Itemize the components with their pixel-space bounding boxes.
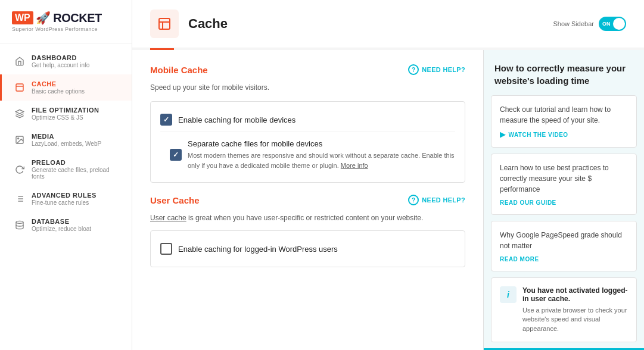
separate-cache-desc: Most modern themes are responsive and sh… — [188, 151, 455, 170]
sidebar-item-cache-subtitle: Basic cache options — [32, 88, 120, 95]
sidebar-toggle[interactable]: Show Sidebar ON — [553, 17, 627, 31]
read-guide-label: READ OUR GUIDE — [500, 199, 556, 206]
logo-wp: WP — [12, 11, 33, 24]
sidebar-item-advanced-rules-title: ADVANCED RULES — [32, 192, 120, 199]
info-icon: i — [500, 286, 517, 303]
list-icon — [14, 193, 26, 205]
read-more-link[interactable]: READ MORE — [500, 256, 628, 262]
sidebar-item-dashboard-subtitle: Get help, account info — [32, 62, 120, 68]
sidebar-item-cache-title: CACHE — [32, 80, 120, 88]
page-title: Cache — [188, 16, 228, 32]
sidebar-item-file-optimization-subtitle: Optimize CSS & JS — [32, 114, 120, 121]
user-cache-title: User Cache — [150, 195, 200, 205]
logo-rocket: 🚀 ROCKET — [36, 11, 102, 25]
need-help-icon: ? — [408, 64, 419, 75]
separate-cache-row: Separate cache files for mobile devices … — [160, 132, 455, 174]
sidebar-item-dashboard[interactable]: DASHBOARD Get help, account info — [0, 48, 132, 74]
sidebar-item-media-title: MEDIA — [32, 133, 120, 140]
mobile-cache-need-help[interactable]: ? NEED HELP? — [408, 64, 465, 75]
read-more-label: READ MORE — [500, 256, 539, 262]
database-icon — [14, 219, 26, 231]
sidebar-item-advanced-rules-subtitle: Fine-tune cache rules — [32, 199, 120, 206]
layers-icon — [14, 108, 26, 120]
sidebar-item-advanced-rules-text: ADVANCED RULES Fine-tune cache rules — [32, 192, 120, 206]
svg-marker-2 — [15, 110, 23, 114]
sidebar-item-database-text: DATABASE Optimize, reduce bloat — [32, 218, 120, 232]
enable-mobile-caching-row: Enable caching for mobile devices — [160, 110, 455, 129]
enable-user-caching-row: Enable caching for logged-in WordPress u… — [160, 239, 455, 258]
logo: WP 🚀 ROCKET — [12, 11, 120, 25]
mobile-cache-description: Speed up your site for mobile visitors. — [150, 83, 465, 92]
mobile-cache-options-card: Enable caching for mobile devices Separa… — [150, 101, 465, 183]
enable-mobile-caching-checkbox[interactable] — [160, 114, 172, 126]
svg-rect-12 — [159, 18, 170, 29]
file-icon — [14, 82, 26, 93]
sidebar-item-database-subtitle: Optimize, reduce bloat — [32, 226, 120, 232]
user-cache-need-help-icon: ? — [408, 195, 419, 205]
rocket-icon-inline: 🚀 — [36, 11, 51, 24]
guide-card-read-guide: Learn how to use best practices to corre… — [491, 154, 637, 215]
mobile-cache-need-help-label: NEED HELP? — [422, 66, 465, 73]
page-header-icon — [150, 10, 179, 38]
watch-video-link[interactable]: ▶ WATCH THE VIDEO — [500, 130, 628, 139]
refresh-icon — [14, 164, 26, 176]
nav-items: DASHBOARD Get help, account info CACHE B… — [0, 43, 132, 350]
home-icon — [14, 55, 26, 67]
sidebar-item-file-optimization[interactable]: FILE OPTIMIZATION Optimize CSS & JS — [0, 101, 132, 127]
guide-card-video-text: Check our tutorial and learn how to meas… — [500, 104, 628, 126]
user-cache-link[interactable]: User cache — [150, 214, 186, 222]
logo-area: WP 🚀 ROCKET Superior WordPress Performan… — [0, 0, 132, 43]
enable-user-caching-checkbox[interactable] — [160, 243, 172, 255]
sidebar-item-cache-text: CACHE Basic cache options — [32, 80, 120, 95]
image-icon — [14, 134, 26, 146]
play-icon: ▶ — [500, 130, 506, 139]
more-info-link[interactable]: More info — [341, 162, 368, 169]
svg-point-4 — [18, 138, 19, 139]
info-card-user-cache: i You have not activated logged-in user … — [491, 277, 637, 342]
sidebar-item-dashboard-text: DASHBOARD Get help, account info — [32, 54, 120, 68]
separate-cache-label: Separate cache files for mobile devices — [188, 139, 455, 148]
separate-cache-checkbox[interactable] — [170, 149, 182, 161]
logo-subtitle: Superior WordPress Performance — [12, 26, 120, 32]
mobile-cache-section-header: Mobile Cache ? NEED HELP? — [150, 64, 465, 75]
guide-card-read-more-text: Why Google PageSpeed grade should not ma… — [500, 230, 628, 251]
sidebar-item-media[interactable]: MEDIA LazyLoad, embeds, WebP — [0, 127, 132, 153]
svg-point-11 — [16, 221, 23, 223]
separate-cache-text: Separate cache files for mobile devices … — [188, 139, 455, 170]
sidebar-item-media-text: MEDIA LazyLoad, embeds, WebP — [32, 133, 120, 147]
toggle-switch[interactable]: ON — [599, 17, 626, 31]
sidebar-item-preload[interactable]: PRELOAD Generate cache files, preload fo… — [0, 153, 132, 186]
sidebar-toggle-label: Show Sidebar — [553, 20, 595, 27]
sidebar-item-database-title: DATABASE — [32, 218, 120, 225]
guide-card-read-guide-text: Learn how to use best practices to corre… — [500, 162, 628, 195]
info-card-content: You have not activated logged-in user ca… — [522, 286, 628, 333]
sidebar: WP 🚀 ROCKET Superior WordPress Performan… — [0, 0, 132, 350]
info-card-desc: Use a private browser to check your webs… — [522, 306, 628, 333]
sidebar-item-preload-text: PRELOAD Generate cache files, preload fo… — [32, 159, 120, 180]
sidebar-item-file-optimization-title: FILE OPTIMIZATION — [32, 107, 120, 114]
sidebar-item-media-subtitle: LazyLoad, embeds, WebP — [32, 140, 120, 147]
enable-mobile-caching-label: Enable caching for mobile devices — [178, 115, 295, 124]
watch-video-label: WATCH THE VIDEO — [509, 132, 568, 138]
user-cache-options-card: Enable caching for logged-in WordPress u… — [150, 230, 465, 267]
sidebar-item-database[interactable]: DATABASE Optimize, reduce bloat — [0, 212, 132, 238]
user-cache-need-help[interactable]: ? NEED HELP? — [408, 195, 465, 205]
svg-rect-0 — [16, 84, 23, 91]
sidebar-item-preload-subtitle: Generate cache files, preload fonts — [32, 167, 120, 180]
sidebar-item-dashboard-title: DASHBOARD — [32, 54, 120, 61]
content-area: Mobile Cache ? NEED HELP? Speed up your … — [132, 50, 644, 350]
sidebar-item-advanced-rules[interactable]: ADVANCED RULES Fine-tune cache rules — [0, 186, 132, 212]
right-sidebar-title: How to correctly measure your website's … — [484, 50, 644, 95]
sidebar-item-preload-title: PRELOAD — [32, 159, 120, 166]
guide-card-read-more: Why Google PageSpeed grade should not ma… — [491, 221, 637, 271]
enable-user-caching-label: Enable caching for logged-in WordPress u… — [178, 245, 338, 254]
main-content: Mobile Cache ? NEED HELP? Speed up your … — [132, 50, 483, 350]
main-area: Cache Show Sidebar ON Mobile Cache ? NEE… — [132, 0, 644, 350]
toggle-label: ON — [602, 21, 611, 27]
mobile-cache-title: Mobile Cache — [150, 65, 208, 75]
sidebar-item-cache[interactable]: CACHE Basic cache options — [0, 74, 132, 101]
read-guide-link[interactable]: READ OUR GUIDE — [500, 199, 628, 206]
right-sidebar: How to correctly measure your website's … — [483, 50, 644, 350]
page-header: Cache Show Sidebar ON — [132, 0, 644, 48]
user-cache-need-help-label: NEED HELP? — [422, 196, 465, 204]
